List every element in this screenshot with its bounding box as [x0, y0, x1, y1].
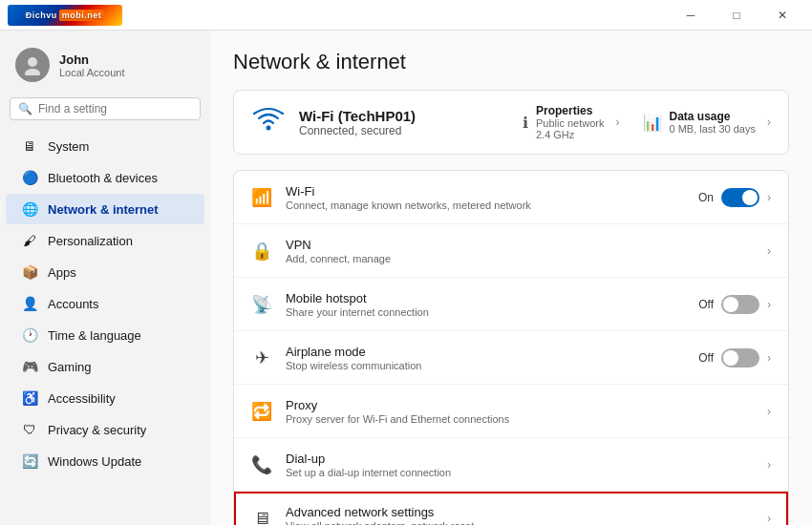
- user-name: John: [59, 52, 125, 67]
- hotspot-chevron-icon: ›: [767, 298, 771, 311]
- dialup-right: ›: [767, 458, 771, 472]
- airplane-toggle-label: Off: [698, 351, 714, 365]
- minimize-button[interactable]: ─: [669, 0, 713, 31]
- proxy-icon: 🔁: [251, 401, 272, 422]
- hotspot-toggle[interactable]: [721, 295, 759, 314]
- properties-link[interactable]: ℹ Properties Public network2.4 GHz ›: [523, 104, 620, 140]
- properties-info: Properties Public network2.4 GHz: [536, 104, 605, 140]
- airplane-chevron-icon: ›: [767, 351, 771, 365]
- sidebar-item-bluetooth[interactable]: 🔵 Bluetooth & devices: [6, 162, 204, 193]
- hotspot-toggle-label: Off: [698, 298, 714, 311]
- privacy-icon: 🛡: [21, 421, 38, 438]
- wifi-status-card[interactable]: Wi-Fi (TechHP01) Connected, secured ℹ Pr…: [233, 90, 789, 155]
- close-button[interactable]: ✕: [760, 0, 804, 31]
- user-section: John Local Account: [0, 38, 210, 97]
- apps-icon: 📦: [21, 263, 38, 281]
- properties-chevron-icon: ›: [616, 116, 620, 129]
- advanced-text: Advanced network settings View all netwo…: [286, 505, 754, 525]
- info-icon: ℹ: [523, 114, 528, 132]
- advanced-icon: 🖥: [251, 509, 272, 526]
- properties-sub: Public network2.4 GHz: [536, 117, 605, 140]
- sidebar-item-privacy[interactable]: 🛡 Privacy & security: [6, 414, 204, 445]
- vpn-text: VPN Add, connect, manage: [286, 238, 754, 264]
- sidebar: John Local Account 🔍 🖥 System 🔵 Bluetoot…: [0, 31, 210, 525]
- search-input[interactable]: [38, 102, 192, 116]
- wifi-text: Wi-Fi Connect, manage known networks, me…: [286, 184, 685, 211]
- settings-item-dialup[interactable]: 📞 Dial-up Set up a dial-up internet conn…: [234, 438, 788, 492]
- sidebar-item-accessibility[interactable]: ♿ Accessibility: [6, 383, 204, 413]
- wifi-icon: 📶: [251, 187, 272, 208]
- user-role: Local Account: [59, 67, 125, 78]
- wifi-info: Wi-Fi (TechHP01) Connected, secured: [299, 108, 509, 137]
- hotspot-label: Mobile hotspot: [286, 291, 685, 305]
- sidebar-item-accounts[interactable]: 👤 Accounts: [6, 288, 204, 319]
- settings-item-wifi[interactable]: 📶 Wi-Fi Connect, manage known networks, …: [234, 171, 788, 224]
- sidebar-item-label: Accessibility: [48, 391, 116, 406]
- data-usage-icon: 📊: [643, 114, 662, 132]
- hotspot-desc: Share your internet connection: [286, 306, 685, 318]
- window-controls: ─ □ ✕: [669, 0, 804, 31]
- search-box[interactable]: 🔍: [10, 97, 201, 120]
- svg-point-0: [28, 57, 37, 67]
- settings-list: 📶 Wi-Fi Connect, manage known networks, …: [233, 170, 789, 525]
- data-usage-chevron-icon: ›: [767, 116, 771, 129]
- update-icon: 🔄: [21, 452, 38, 470]
- wifi-toggle-thumb: [742, 190, 758, 205]
- sidebar-item-label: Gaming: [48, 360, 92, 374]
- sidebar-item-network[interactable]: 🌐 Network & internet: [6, 194, 204, 224]
- airplane-desc: Stop wireless communication: [286, 360, 685, 371]
- vpn-chevron-icon: ›: [767, 244, 771, 258]
- wifi-desc: Connect, manage known networks, metered …: [286, 200, 685, 211]
- vpn-label: VPN: [286, 238, 754, 252]
- vpn-desc: Add, connect, manage: [286, 253, 754, 264]
- settings-item-proxy[interactable]: 🔁 Proxy Proxy server for Wi-Fi and Ether…: [234, 385, 788, 438]
- airplane-toggle-thumb: [723, 350, 738, 366]
- accessibility-icon: ♿: [21, 389, 38, 407]
- wifi-icon: [251, 105, 286, 140]
- settings-item-advanced[interactable]: 🖥 Advanced network settings View all net…: [234, 492, 788, 525]
- data-usage-label: Data usage: [670, 110, 757, 123]
- sidebar-item-system[interactable]: 🖥 System: [6, 131, 204, 161]
- dialup-desc: Set up a dial-up internet connection: [286, 467, 754, 478]
- sidebar-item-label: Network & internet: [48, 202, 159, 217]
- sidebar-item-gaming[interactable]: 🎮 Gaming: [6, 351, 204, 382]
- advanced-right: ›: [767, 512, 771, 525]
- properties-label: Properties: [536, 104, 605, 117]
- sidebar-item-apps[interactable]: 📦 Apps: [6, 257, 204, 287]
- main-content: Network & internet Wi-Fi (TechHP01) Conn…: [210, 31, 812, 525]
- proxy-desc: Proxy server for Wi-Fi and Ethernet conn…: [286, 413, 754, 425]
- sidebar-item-label: Personalization: [48, 234, 133, 248]
- personalization-icon: 🖌: [21, 232, 38, 249]
- sidebar-item-time[interactable]: 🕐 Time & language: [6, 320, 204, 350]
- hotspot-text: Mobile hotspot Share your internet conne…: [286, 291, 685, 318]
- app-logo: Đichvumobi.net: [8, 5, 122, 26]
- settings-item-vpn[interactable]: 🔒 VPN Add, connect, manage ›: [234, 224, 788, 278]
- gaming-icon: 🎮: [21, 358, 38, 375]
- accounts-icon: 👤: [21, 295, 38, 312]
- wifi-toggle-label: On: [698, 191, 714, 204]
- sidebar-item-update[interactable]: 🔄 Windows Update: [6, 446, 204, 476]
- page-title: Network & internet: [233, 50, 789, 74]
- data-usage-link[interactable]: 📊 Data usage 0 MB, last 30 days ›: [643, 104, 772, 140]
- hotspot-toggle-thumb: [723, 297, 738, 312]
- wifi-toggle[interactable]: [721, 188, 759, 207]
- sidebar-item-personalization[interactable]: 🖌 Personalization: [6, 225, 204, 256]
- sidebar-item-label: Privacy & security: [48, 423, 146, 437]
- advanced-label: Advanced network settings: [286, 505, 754, 519]
- airplane-text: Airplane mode Stop wireless communicatio…: [286, 345, 685, 371]
- wifi-label: Wi-Fi: [286, 184, 685, 199]
- dialup-text: Dial-up Set up a dial-up internet connec…: [286, 452, 754, 478]
- airplane-label: Airplane mode: [286, 345, 685, 359]
- wifi-right: On ›: [698, 188, 771, 207]
- hotspot-right: Off ›: [698, 295, 771, 314]
- maximize-button[interactable]: □: [715, 0, 759, 31]
- settings-item-airplane[interactable]: ✈ Airplane mode Stop wireless communicat…: [234, 331, 788, 385]
- app-container: John Local Account 🔍 🖥 System 🔵 Bluetoot…: [0, 31, 812, 525]
- airplane-icon: ✈: [251, 347, 272, 368]
- network-icon: 🌐: [21, 200, 38, 218]
- airplane-toggle[interactable]: [721, 348, 759, 368]
- settings-item-hotspot[interactable]: 📡 Mobile hotspot Share your internet con…: [234, 278, 788, 331]
- advanced-chevron-icon: ›: [767, 512, 771, 525]
- wifi-ssid: Wi-Fi (TechHP01): [299, 108, 509, 124]
- sidebar-item-label: Time & language: [48, 328, 141, 343]
